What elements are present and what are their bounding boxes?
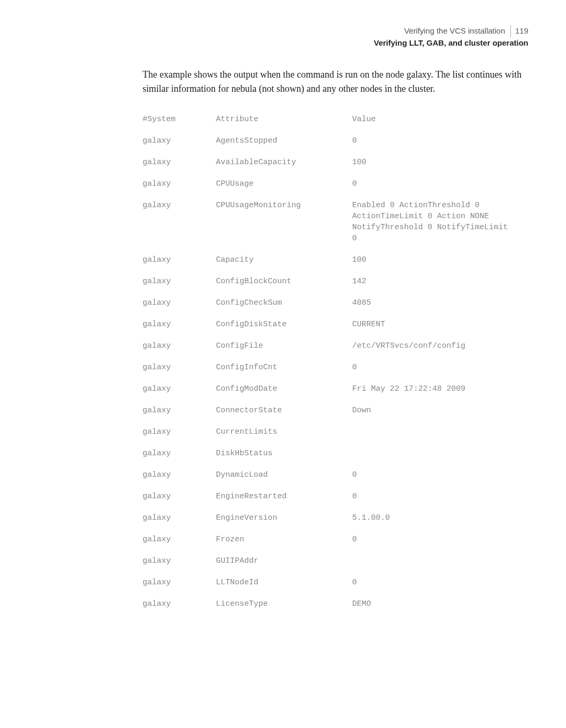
value-cell: 0 (352, 130, 528, 152)
attribute-cell: DynamicLoad (216, 464, 352, 486)
attribute-cell: Capacity (216, 249, 352, 271)
system-cell: galaxy (143, 400, 216, 421)
table-row: galaxyConfigBlockCount142 (143, 271, 528, 292)
value-cell: 0 (352, 529, 528, 550)
table-row: galaxyLicenseTypeDEMO (143, 593, 528, 615)
attribute-cell: AgentsStopped (216, 130, 352, 152)
table-row: galaxyEngineRestarted0 (143, 486, 528, 507)
table-row: #SystemAttributeValue (143, 109, 528, 130)
system-attributes-table: #SystemAttributeValuegalaxyAgentsStopped… (143, 109, 528, 615)
table-row: galaxyAvailableCapacity100 (143, 152, 528, 173)
attribute-cell: ConfigInfoCnt (216, 357, 352, 378)
system-cell: galaxy (143, 357, 216, 378)
value-header: Value (352, 109, 528, 130)
system-cell: galaxy (143, 486, 216, 507)
table-row: galaxyConfigCheckSum4085 (143, 292, 528, 314)
system-cell: galaxy (143, 130, 216, 152)
system-cell: galaxy (143, 249, 216, 271)
table-row: galaxyConfigDiskStateCURRENT (143, 314, 528, 335)
attribute-cell: ConfigCheckSum (216, 292, 352, 314)
value-cell: Down (352, 400, 528, 421)
table-row: galaxyCapacity100 (143, 249, 528, 271)
table-row: galaxyDiskHbStatus (143, 443, 528, 464)
table-row: galaxyConfigInfoCnt0 (143, 357, 528, 378)
system-cell: galaxy (143, 152, 216, 173)
value-cell: 5.1.00.0 (352, 507, 528, 529)
attribute-cell: ConnectorState (216, 400, 352, 421)
value-cell: 100 (352, 249, 528, 271)
value-cell: 142 (352, 271, 528, 292)
value-cell: /etc/VRTSvcs/conf/config (352, 335, 528, 357)
header-subtitle: Verifying LLT, GAB, and cluster operatio… (38, 37, 528, 49)
system-cell: galaxy (143, 572, 216, 593)
attribute-cell: EngineVersion (216, 507, 352, 529)
attribute-cell: DiskHbStatus (216, 443, 352, 464)
table-row: galaxyAgentsStopped0 (143, 130, 528, 152)
table-row: galaxyConfigModDateFri May 22 17:22:48 2… (143, 378, 528, 400)
attribute-cell: ConfigBlockCount (216, 271, 352, 292)
header-title: Verifying the VCS installation (404, 26, 505, 35)
attribute-cell: CPUUsageMonitoring (216, 195, 352, 249)
table-row: galaxyEngineVersion5.1.00.0 (143, 507, 528, 529)
attribute-cell: AvailableCapacity (216, 152, 352, 173)
attribute-cell: EngineRestarted (216, 486, 352, 507)
table-row: galaxyFrozen0 (143, 529, 528, 550)
attribute-cell: CurrentLimits (216, 421, 352, 443)
system-cell: galaxy (143, 378, 216, 400)
attribute-cell: LLTNodeId (216, 572, 352, 593)
table-row: galaxyCPUUsage0 (143, 173, 528, 195)
value-cell: 0 (352, 572, 528, 593)
system-cell: galaxy (143, 292, 216, 314)
attribute-cell: CPUUsage (216, 173, 352, 195)
value-cell: 0 (352, 357, 528, 378)
system-cell: galaxy (143, 271, 216, 292)
system-cell: galaxy (143, 507, 216, 529)
system-cell: galaxy (143, 593, 216, 615)
page-number: 119 (510, 25, 528, 37)
value-cell: 100 (352, 152, 528, 173)
intro-paragraph: The example shows the output when the co… (143, 68, 528, 96)
table-row: galaxyLLTNodeId0 (143, 572, 528, 593)
page-header: Verifying the VCS installation 119 Verif… (38, 25, 528, 49)
table-row: galaxyCPUUsageMonitoringEnabled 0 Action… (143, 195, 528, 249)
value-cell (352, 421, 528, 443)
attribute-cell: ConfigDiskState (216, 314, 352, 335)
system-cell: galaxy (143, 195, 216, 249)
system-header: #System (143, 109, 216, 130)
value-cell: CURRENT (352, 314, 528, 335)
system-cell: galaxy (143, 421, 216, 443)
attribute-cell: GUIIPAddr (216, 550, 352, 572)
value-cell: 0 (352, 486, 528, 507)
attribute-cell: ConfigFile (216, 335, 352, 357)
system-cell: galaxy (143, 550, 216, 572)
attribute-cell: ConfigModDate (216, 378, 352, 400)
table-row: galaxyDynamicLoad0 (143, 464, 528, 486)
value-cell: Enabled 0 ActionThreshold 0 ActionTimeLi… (352, 195, 528, 249)
attribute-cell: Frozen (216, 529, 352, 550)
table-row: galaxyCurrentLimits (143, 421, 528, 443)
attribute-cell: LicenseType (216, 593, 352, 615)
value-cell (352, 550, 528, 572)
system-cell: galaxy (143, 314, 216, 335)
value-cell: DEMO (352, 593, 528, 615)
value-cell: 0 (352, 173, 528, 195)
system-cell: galaxy (143, 529, 216, 550)
value-cell (352, 443, 528, 464)
system-cell: galaxy (143, 335, 216, 357)
value-cell: 0 (352, 464, 528, 486)
system-cell: galaxy (143, 443, 216, 464)
system-cell: galaxy (143, 173, 216, 195)
attribute-header: Attribute (216, 109, 352, 130)
table-row: galaxyConnectorStateDown (143, 400, 528, 421)
table-row: galaxyConfigFile/etc/VRTSvcs/conf/config (143, 335, 528, 357)
value-cell: 4085 (352, 292, 528, 314)
value-cell: Fri May 22 17:22:48 2009 (352, 378, 528, 400)
table-row: galaxyGUIIPAddr (143, 550, 528, 572)
system-cell: galaxy (143, 464, 216, 486)
